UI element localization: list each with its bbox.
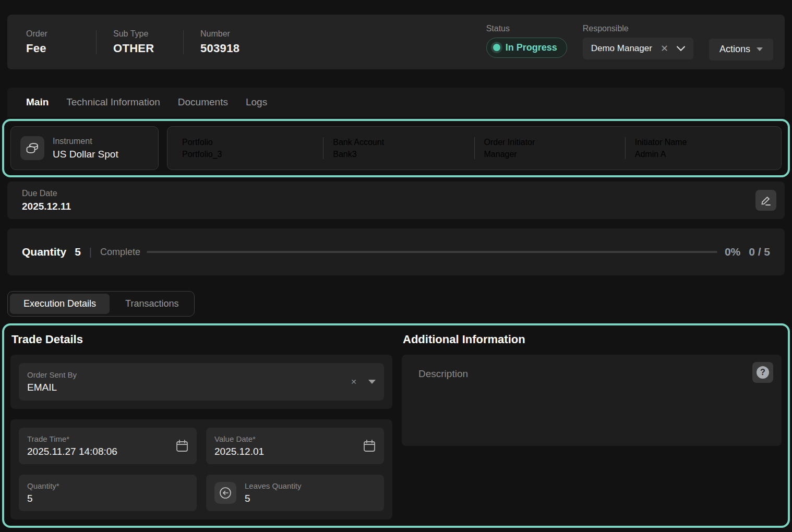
bank-account-field: Bank Account Bank3 <box>323 138 474 159</box>
additional-info-column: Additional Information ? <box>402 331 782 521</box>
tab-execution-details[interactable]: Execution Details <box>10 294 110 314</box>
order-sent-by-label: Order Sent By <box>27 370 77 379</box>
portfolio-field: Portfolio Portfolio_3 <box>173 138 323 159</box>
actions-button[interactable]: Actions <box>709 39 773 61</box>
value-date-label: Value Date* <box>214 434 264 443</box>
quantity-value: 5 <box>27 493 59 504</box>
quantity-title: Quantity <box>22 246 66 258</box>
portfolio-value: Portfolio_3 <box>182 150 314 159</box>
progress-percent: 0% <box>725 246 740 258</box>
execution-highlight-section: Trade Details Order Sent By EMAIL ✕ <box>2 323 790 528</box>
clear-icon[interactable]: ✕ <box>351 378 357 386</box>
complete-label: Complete <box>100 247 140 258</box>
responsible-label: Responsible <box>583 24 693 33</box>
main-tabbar: Main Technical Information Documents Log… <box>7 88 785 117</box>
quantity-field[interactable]: Quantity* 5 <box>19 475 197 511</box>
status-label: Status <box>486 24 567 33</box>
order-value: Fee <box>26 42 87 55</box>
tab-documents[interactable]: Documents <box>178 96 228 108</box>
tab-logs[interactable]: Logs <box>246 96 267 108</box>
responsible-group: Responsible Demo Manager ✕ <box>583 24 693 59</box>
tab-technical-information[interactable]: Technical Information <box>66 96 160 108</box>
instrument-label: Instrument <box>53 137 118 146</box>
initiator-name-label: Initiator Name <box>635 138 766 147</box>
subtype-field: Sub Type OTHER <box>106 29 174 55</box>
instrument-card[interactable]: Instrument US Dollar Spot <box>10 126 159 170</box>
status-dot-icon <box>493 44 500 51</box>
due-date-label: Due Date <box>22 189 71 198</box>
caret-down-icon <box>757 47 763 51</box>
order-sent-by-value: EMAIL <box>27 382 77 393</box>
calendar-icon[interactable] <box>176 439 188 453</box>
trade-time-field[interactable]: Trade Time* 2025.11.27 14:08:06 <box>19 428 197 464</box>
order-label: Order <box>26 29 87 39</box>
order-field: Order Fee <box>19 29 87 55</box>
number-label: Number <box>200 29 261 39</box>
order-sent-by-field[interactable]: Order Sent By EMAIL ✕ <box>19 363 384 401</box>
order-page: Order Fee Sub Type OTHER Number 503918 S… <box>0 0 792 532</box>
bank-account-value: Bank3 <box>333 150 464 159</box>
number-value: 503918 <box>200 42 261 55</box>
actions-label: Actions <box>719 44 750 55</box>
progress-bar <box>147 251 717 253</box>
tab-transactions[interactable]: Transactions <box>112 294 192 314</box>
coins-icon <box>20 136 44 160</box>
description-input[interactable] <box>418 368 713 432</box>
order-initiator-value: Manager <box>484 150 616 159</box>
initiator-name-value: Admin A <box>635 150 766 159</box>
caret-down-icon[interactable] <box>368 380 376 384</box>
tab-main[interactable]: Main <box>26 96 49 108</box>
description-panel: ? <box>402 355 782 446</box>
calendar-icon[interactable] <box>363 439 376 453</box>
order-initiator-label: Order Initiator <box>484 138 616 147</box>
trade-fields-panel: Trade Time* 2025.11.27 14:08:06 Value Da… <box>10 419 392 519</box>
due-date-value: 2025.12.11 <box>22 201 71 212</box>
order-sent-by-panel: Order Sent By EMAIL ✕ <box>10 355 392 409</box>
divider: | <box>89 246 92 258</box>
copy-left-icon-button[interactable] <box>214 482 236 504</box>
quantity-label: Quantity* <box>27 481 59 490</box>
quantity-progress-panel: Quantity 5 | Complete 0% 0 / 5 <box>7 228 785 275</box>
status-badge: In Progress <box>486 38 567 58</box>
subtype-value: OTHER <box>113 42 174 55</box>
clear-icon[interactable]: ✕ <box>661 44 668 53</box>
quantity-total: 5 <box>75 246 81 258</box>
trade-details-column: Trade Details Order Sent By EMAIL ✕ <box>10 331 392 521</box>
question-mark-icon: ? <box>757 366 769 379</box>
responsible-select[interactable]: Demo Manager ✕ <box>583 38 693 59</box>
initiator-name-field: Initiator Name Admin A <box>626 138 776 159</box>
progress-fraction: 0 / 5 <box>749 246 770 258</box>
help-button[interactable]: ? <box>752 362 773 383</box>
arrow-left-circle-icon <box>219 486 232 500</box>
status-group: Status In Progress <box>486 24 567 58</box>
divider <box>183 30 184 54</box>
pencil-icon <box>760 195 772 206</box>
portfolio-label: Portfolio <box>182 138 314 147</box>
order-initiator-field: Order Initiator Manager <box>475 138 625 159</box>
instrument-value: US Dollar Spot <box>53 149 118 160</box>
subtype-label: Sub Type <box>113 29 174 39</box>
summary-card: Portfolio Portfolio_3 Bank Account Bank3… <box>167 126 782 170</box>
trade-time-value: 2025.11.27 14:08:06 <box>27 446 117 457</box>
value-date-value: 2025.12.01 <box>214 446 264 457</box>
summary-highlight-section: Instrument US Dollar Spot Portfolio Port… <box>2 119 790 177</box>
order-header: Order Fee Sub Type OTHER Number 503918 S… <box>7 15 785 69</box>
additional-info-title: Additional Information <box>403 333 782 346</box>
value-date-field[interactable]: Value Date* 2025.12.01 <box>206 428 384 464</box>
status-value: In Progress <box>506 42 557 53</box>
due-date-panel: Due Date 2025.12.11 <box>7 182 785 219</box>
trade-details-title: Trade Details <box>11 333 392 346</box>
trade-time-label: Trade Time* <box>27 434 117 443</box>
leaves-quantity-value: 5 <box>245 493 301 504</box>
chevron-down-icon[interactable] <box>677 46 685 51</box>
bank-account-label: Bank Account <box>333 138 464 147</box>
number-field: Number 503918 <box>193 29 261 55</box>
divider <box>96 30 97 54</box>
leaves-quantity-label: Leaves Quantity <box>245 481 301 490</box>
responsible-value: Demo Manager <box>591 43 652 54</box>
detail-tabs: Execution Details Transactions <box>7 291 195 317</box>
edit-due-date-button[interactable] <box>755 190 776 211</box>
leaves-quantity-field: Leaves Quantity 5 <box>206 475 384 511</box>
